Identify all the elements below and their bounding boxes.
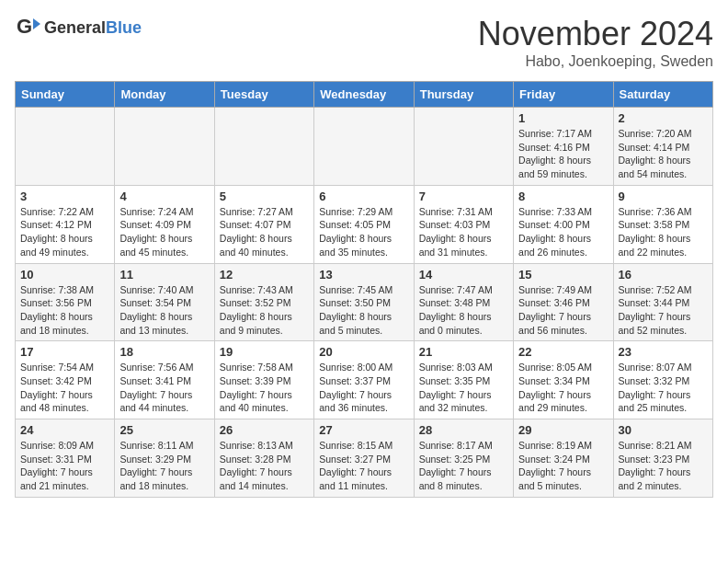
- calendar-cell: 12Sunrise: 7:43 AM Sunset: 3:52 PM Dayli…: [214, 263, 313, 341]
- day-number: 23: [619, 345, 708, 359]
- header: G GeneralBlue November 2024 Habo, Joenko…: [15, 15, 713, 70]
- calendar-cell: 26Sunrise: 8:13 AM Sunset: 3:28 PM Dayli…: [214, 419, 313, 498]
- calendar-week-row: 17Sunrise: 7:54 AM Sunset: 3:42 PM Dayli…: [16, 341, 713, 419]
- day-number: 24: [20, 423, 109, 437]
- calendar-cell: 11Sunrise: 7:40 AM Sunset: 3:54 PM Dayli…: [115, 263, 214, 341]
- day-info: Sunrise: 7:56 AM Sunset: 3:41 PM Dayligh…: [119, 361, 209, 415]
- calendar-cell: [214, 108, 313, 186]
- calendar-cell: 27Sunrise: 8:15 AM Sunset: 3:27 PM Dayli…: [314, 419, 414, 498]
- day-info: Sunrise: 7:43 AM Sunset: 3:52 PM Dayligh…: [220, 283, 309, 338]
- calendar-cell: 24Sunrise: 8:09 AM Sunset: 3:31 PM Dayli…: [16, 419, 115, 498]
- calendar-cell: [414, 108, 513, 186]
- day-number: 1: [518, 111, 608, 125]
- day-number: 29: [518, 423, 608, 437]
- day-info: Sunrise: 8:19 AM Sunset: 3:24 PM Dayligh…: [518, 439, 608, 493]
- day-number: 2: [619, 111, 708, 125]
- calendar-week-row: 3Sunrise: 7:22 AM Sunset: 4:12 PM Daylig…: [16, 185, 713, 263]
- calendar-cell: 15Sunrise: 7:49 AM Sunset: 3:46 PM Dayli…: [514, 263, 613, 341]
- calendar-cell: 3Sunrise: 7:22 AM Sunset: 4:12 PM Daylig…: [16, 185, 115, 263]
- day-number: 8: [518, 190, 608, 203]
- calendar-week-row: 24Sunrise: 8:09 AM Sunset: 3:31 PM Dayli…: [16, 419, 713, 498]
- day-info: Sunrise: 7:20 AM Sunset: 4:14 PM Dayligh…: [619, 127, 708, 181]
- day-info: Sunrise: 7:40 AM Sunset: 3:54 PM Dayligh…: [119, 283, 209, 338]
- day-number: 7: [419, 190, 508, 203]
- day-info: Sunrise: 7:33 AM Sunset: 4:00 PM Dayligh…: [518, 205, 608, 259]
- calendar-header-row: SundayMondayTuesdayWednesdayThursdayFrid…: [16, 82, 713, 108]
- day-number: 17: [20, 345, 109, 359]
- calendar-cell: [314, 108, 414, 186]
- day-info: Sunrise: 8:13 AM Sunset: 3:28 PM Dayligh…: [220, 439, 309, 493]
- calendar-day-header: Tuesday: [214, 82, 313, 108]
- day-number: 30: [619, 423, 708, 437]
- day-info: Sunrise: 7:58 AM Sunset: 3:39 PM Dayligh…: [220, 361, 309, 415]
- month-title: November 2024: [478, 15, 713, 53]
- calendar-week-row: 10Sunrise: 7:38 AM Sunset: 3:56 PM Dayli…: [16, 263, 713, 341]
- calendar-cell: 29Sunrise: 8:19 AM Sunset: 3:24 PM Dayli…: [514, 419, 613, 498]
- calendar-cell: 21Sunrise: 8:03 AM Sunset: 3:35 PM Dayli…: [414, 341, 513, 419]
- day-info: Sunrise: 7:38 AM Sunset: 3:56 PM Dayligh…: [20, 283, 109, 338]
- calendar-cell: 14Sunrise: 7:47 AM Sunset: 3:48 PM Dayli…: [414, 263, 513, 341]
- day-info: Sunrise: 7:49 AM Sunset: 3:46 PM Dayligh…: [518, 283, 608, 338]
- calendar-cell: 20Sunrise: 8:00 AM Sunset: 3:37 PM Dayli…: [314, 341, 414, 419]
- calendar-cell: 28Sunrise: 8:17 AM Sunset: 3:25 PM Dayli…: [414, 419, 513, 498]
- location-title: Habo, Joenkoeping, Sweden: [478, 53, 713, 70]
- calendar-cell: 16Sunrise: 7:52 AM Sunset: 3:44 PM Dayli…: [613, 263, 712, 341]
- day-number: 3: [20, 190, 109, 203]
- calendar-cell: 18Sunrise: 7:56 AM Sunset: 3:41 PM Dayli…: [115, 341, 214, 419]
- day-info: Sunrise: 8:09 AM Sunset: 3:31 PM Dayligh…: [20, 439, 109, 493]
- day-number: 14: [419, 268, 508, 282]
- day-number: 22: [518, 345, 608, 359]
- day-number: 28: [419, 423, 508, 437]
- calendar-cell: 25Sunrise: 8:11 AM Sunset: 3:29 PM Dayli…: [115, 419, 214, 498]
- logo-icon: G: [15, 15, 40, 40]
- day-number: 12: [220, 268, 309, 282]
- calendar-day-header: Monday: [115, 82, 214, 108]
- day-info: Sunrise: 8:05 AM Sunset: 3:34 PM Dayligh…: [518, 361, 608, 415]
- calendar-day-header: Thursday: [414, 82, 513, 108]
- day-info: Sunrise: 7:22 AM Sunset: 4:12 PM Dayligh…: [20, 205, 109, 259]
- calendar-cell: 4Sunrise: 7:24 AM Sunset: 4:09 PM Daylig…: [115, 185, 214, 263]
- title-area: November 2024 Habo, Joenkoeping, Sweden: [478, 15, 713, 70]
- calendar-cell: 6Sunrise: 7:29 AM Sunset: 4:05 PM Daylig…: [314, 185, 414, 263]
- calendar-day-header: Friday: [514, 82, 613, 108]
- day-number: 4: [119, 190, 209, 203]
- day-info: Sunrise: 7:17 AM Sunset: 4:16 PM Dayligh…: [518, 127, 608, 181]
- day-info: Sunrise: 8:15 AM Sunset: 3:27 PM Dayligh…: [319, 439, 408, 493]
- day-info: Sunrise: 7:27 AM Sunset: 4:07 PM Dayligh…: [220, 205, 309, 259]
- calendar-cell: 2Sunrise: 7:20 AM Sunset: 4:14 PM Daylig…: [613, 108, 712, 186]
- day-number: 27: [319, 423, 408, 437]
- svg-marker-1: [33, 18, 40, 29]
- day-number: 20: [319, 345, 408, 359]
- day-info: Sunrise: 7:24 AM Sunset: 4:09 PM Dayligh…: [119, 205, 209, 259]
- day-number: 19: [220, 345, 309, 359]
- day-info: Sunrise: 7:31 AM Sunset: 4:03 PM Dayligh…: [419, 205, 508, 259]
- day-info: Sunrise: 7:36 AM Sunset: 3:58 PM Dayligh…: [619, 205, 708, 259]
- day-number: 11: [119, 268, 209, 282]
- day-info: Sunrise: 8:00 AM Sunset: 3:37 PM Dayligh…: [319, 361, 408, 415]
- day-number: 26: [220, 423, 309, 437]
- day-info: Sunrise: 8:03 AM Sunset: 3:35 PM Dayligh…: [419, 361, 508, 415]
- calendar-day-header: Wednesday: [314, 82, 414, 108]
- day-number: 25: [119, 423, 209, 437]
- calendar-day-header: Sunday: [16, 82, 115, 108]
- calendar-cell: [16, 108, 115, 186]
- calendar-table: SundayMondayTuesdayWednesdayThursdayFrid…: [15, 81, 713, 498]
- svg-text:G: G: [17, 15, 32, 38]
- calendar-cell: 30Sunrise: 8:21 AM Sunset: 3:23 PM Dayli…: [613, 419, 712, 498]
- logo: G GeneralBlue: [15, 15, 142, 40]
- calendar-cell: 7Sunrise: 7:31 AM Sunset: 4:03 PM Daylig…: [414, 185, 513, 263]
- calendar-cell: 17Sunrise: 7:54 AM Sunset: 3:42 PM Dayli…: [16, 341, 115, 419]
- day-number: 15: [518, 268, 608, 282]
- calendar-cell: 13Sunrise: 7:45 AM Sunset: 3:50 PM Dayli…: [314, 263, 414, 341]
- day-number: 9: [619, 190, 708, 203]
- day-info: Sunrise: 7:52 AM Sunset: 3:44 PM Dayligh…: [619, 283, 708, 338]
- day-number: 18: [119, 345, 209, 359]
- day-info: Sunrise: 7:54 AM Sunset: 3:42 PM Dayligh…: [20, 361, 109, 415]
- calendar-cell: [115, 108, 214, 186]
- calendar-cell: 10Sunrise: 7:38 AM Sunset: 3:56 PM Dayli…: [16, 263, 115, 341]
- calendar-cell: 8Sunrise: 7:33 AM Sunset: 4:00 PM Daylig…: [514, 185, 613, 263]
- calendar-week-row: 1Sunrise: 7:17 AM Sunset: 4:16 PM Daylig…: [16, 108, 713, 186]
- day-number: 6: [319, 190, 408, 203]
- calendar-cell: 5Sunrise: 7:27 AM Sunset: 4:07 PM Daylig…: [214, 185, 313, 263]
- calendar-cell: 23Sunrise: 8:07 AM Sunset: 3:32 PM Dayli…: [613, 341, 712, 419]
